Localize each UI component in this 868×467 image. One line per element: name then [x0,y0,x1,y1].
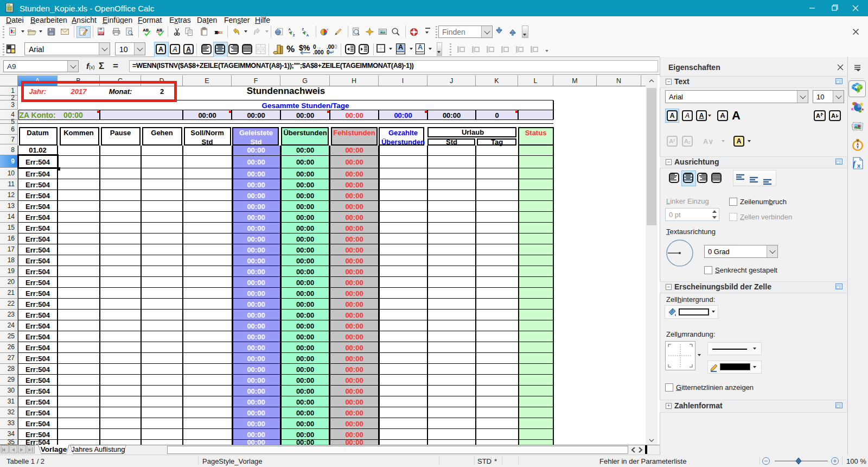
svg-text:AB: AB [143,28,149,33]
svg-text:A: A [289,28,291,31]
svg-text:N: N [857,139,859,142]
svg-text:Z: Z [302,28,304,31]
svg-text:A: A [816,112,820,119]
svg-text:PDF: PDF [98,32,104,35]
svg-text:A: A [307,34,309,37]
svg-text:A: A [831,112,835,119]
svg-text:Z: Z [293,34,295,37]
svg-text:x: x [857,162,861,169]
